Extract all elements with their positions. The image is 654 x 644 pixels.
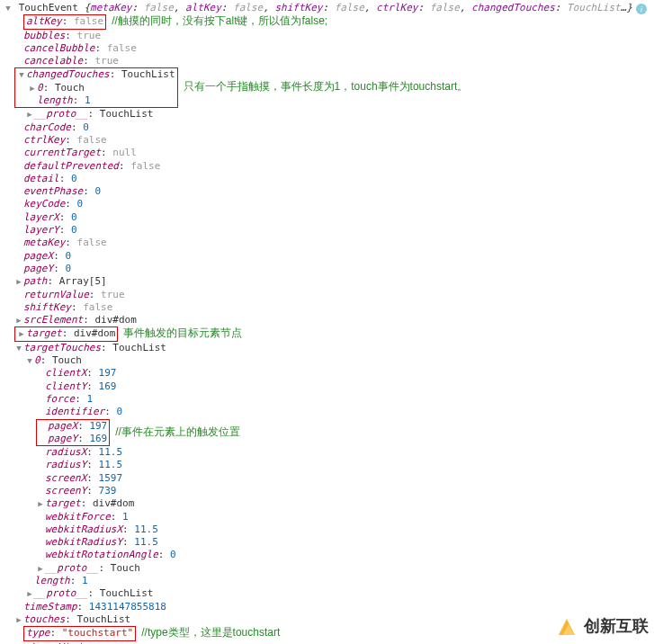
annotation: //type类型，这里是touchstart xyxy=(141,626,280,639)
prop-row[interactable]: layerX: 0 xyxy=(14,211,650,224)
prop-row[interactable]: layerY: 0 xyxy=(14,224,650,237)
prop-row[interactable]: webkitRadiusY: 11.5 xyxy=(36,536,650,549)
prop-row[interactable]: webkitRotationAngle: 0 xyxy=(36,549,650,561)
prop-row[interactable]: ctrlKey: false xyxy=(14,134,650,147)
arrow-icon[interactable] xyxy=(17,70,26,81)
pagexy-box: pageX: 197 pageY: 169 //事件在元素上的触发位置 xyxy=(36,419,650,447)
prop-row[interactable]: keyCode: 0 xyxy=(14,198,650,210)
arrow-icon[interactable] xyxy=(4,4,13,14)
prop-row[interactable]: radiusX: 11.5 xyxy=(36,446,650,459)
watermark: 创新互联 xyxy=(555,615,649,639)
prop-row[interactable]: pageX: 0 xyxy=(14,250,650,263)
header-summary: {metaKey: false, altKey: false, shiftKey… xyxy=(84,2,632,13)
prop-row[interactable]: clientY: 169 xyxy=(36,380,650,393)
prop-row[interactable]: detail: 0 xyxy=(14,173,650,185)
prop-row[interactable]: force: 1 xyxy=(36,393,650,406)
header-row[interactable]: TouchEvent {metaKey: false, altKey: fals… xyxy=(4,2,650,14)
prop-row[interactable]: srcElement: div#dom xyxy=(14,314,650,326)
prop-row[interactable]: cancelable: true xyxy=(14,55,650,67)
prop-row[interactable]: target: div#dom xyxy=(36,497,650,510)
prop-row[interactable]: radiusY: 11.5 xyxy=(36,459,650,471)
prop-row[interactable]: charCode: 0 xyxy=(14,121,650,134)
prop-row[interactable]: altKey: false//触摸的同时，没有按下alt键，所以值为false; xyxy=(14,14,650,29)
prop-row[interactable]: __proto__: TouchList xyxy=(25,108,650,121)
arrow-icon[interactable] xyxy=(25,356,34,367)
prop-row[interactable]: targetTouches: TouchList xyxy=(14,342,650,354)
prop-row[interactable]: __proto__: Touch xyxy=(36,562,650,575)
arrow-icon[interactable] xyxy=(25,589,34,600)
arrow-icon[interactable] xyxy=(14,344,23,354)
prop-row[interactable]: returnValue: true xyxy=(14,289,650,301)
object-tree: TouchEvent {metaKey: false, altKey: fals… xyxy=(0,0,654,644)
arrow-icon[interactable] xyxy=(14,316,23,326)
annotation: 事件触发的目标元素节点 xyxy=(123,326,242,339)
arrow-icon[interactable] xyxy=(36,499,45,510)
arrow-icon[interactable] xyxy=(17,329,26,340)
arrow-icon[interactable] xyxy=(25,110,34,121)
prop-row[interactable]: clientX: 197 xyxy=(36,367,650,380)
changedTouches-box: changedTouches: TouchList 0: Touch lengt… xyxy=(14,67,650,108)
annotation: //事件在元素上的触发位置 xyxy=(115,425,240,440)
annotation: 只有一个手指触摸，事件长度为1，touch事件为touchstart。 xyxy=(184,80,469,94)
prop-row[interactable]: identifier: 0 xyxy=(36,406,650,418)
arrow-icon[interactable] xyxy=(14,615,23,626)
prop-row[interactable]: length: 1 xyxy=(25,575,650,587)
info-icon[interactable]: i xyxy=(636,4,647,14)
prop-row[interactable]: currentTarget: null xyxy=(14,147,650,159)
prop-row[interactable]: screenX: 1597 xyxy=(36,472,650,485)
prop-row[interactable]: timeStamp: 1431147855818 xyxy=(14,601,650,613)
prop-row[interactable]: shiftKey: false xyxy=(14,301,650,314)
annotation: //触摸的同时，没有按下alt键，所以值为false; xyxy=(112,14,327,27)
prop-row[interactable]: 0: Touch xyxy=(25,354,650,367)
prop-row[interactable]: target: div#dom事件触发的目标元素节点 xyxy=(14,326,650,341)
prop-row[interactable]: cancelBubble: false xyxy=(14,42,650,55)
prop-row[interactable]: screenY: 739 xyxy=(36,485,650,497)
prop-row[interactable]: defaultPrevented: false xyxy=(14,160,650,173)
prop-row[interactable]: __proto__: TouchList xyxy=(25,587,650,600)
type-name: TouchEvent xyxy=(19,2,78,13)
watermark-text: 创新互联 xyxy=(584,616,649,637)
prop-row[interactable]: webkitRadiusX: 11.5 xyxy=(36,523,650,536)
prop-row[interactable]: eventPhase: 0 xyxy=(14,185,650,198)
logo-icon xyxy=(555,615,578,639)
prop-row[interactable]: webkitForce: 1 xyxy=(36,511,650,523)
arrow-icon[interactable] xyxy=(14,277,23,288)
prop-row[interactable]: metaKey: false xyxy=(14,237,650,249)
arrow-icon[interactable] xyxy=(36,564,45,575)
prop-row[interactable]: view: Window xyxy=(14,641,650,644)
prop-row[interactable]: pageY: 0 xyxy=(14,263,650,275)
arrow-icon[interactable] xyxy=(28,84,37,94)
prop-row[interactable]: path: Array[5] xyxy=(14,275,650,288)
prop-row[interactable]: bubbles: true xyxy=(14,30,650,42)
